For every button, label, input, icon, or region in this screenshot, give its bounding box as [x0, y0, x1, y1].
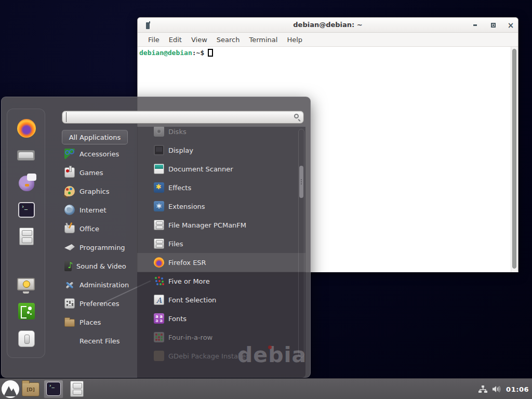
- app-files[interactable]: Files: [137, 234, 305, 253]
- shut-down-button[interactable]: [17, 329, 36, 348]
- app-firefox-esr[interactable]: Firefox ESR: [137, 253, 305, 272]
- app-file-manager-pcmanfm[interactable]: File Manager PCManFM: [137, 216, 305, 234]
- maximize-button[interactable]: [488, 21, 498, 29]
- minimize-button[interactable]: [470, 21, 480, 29]
- taskbar: [D] ›_ 01:06: [0, 378, 532, 399]
- desktop-folder-button[interactable]: [D]: [22, 382, 39, 396]
- terminal-menubar: File Edit View Search Terminal Help: [138, 33, 518, 47]
- system-tray: 01:06: [478, 379, 529, 399]
- recent-files-spacer: [64, 336, 75, 346]
- terminal-cursor: [208, 49, 213, 57]
- search-input[interactable]: [66, 112, 289, 122]
- search-box: [62, 111, 304, 124]
- app-fonts[interactable]: Fonts: [137, 309, 305, 328]
- category-recent-files[interactable]: Recent Files: [62, 331, 136, 350]
- files-icon: [154, 238, 164, 249]
- gdebi-icon: [154, 351, 164, 361]
- taskbar-file-manager-button[interactable]: [70, 381, 84, 397]
- menu-terminal[interactable]: Terminal: [244, 34, 282, 46]
- font-selection-icon: [154, 295, 164, 305]
- lock-screen-button[interactable]: [17, 275, 36, 294]
- network-icon[interactable]: [478, 385, 487, 393]
- category-programming[interactable]: Programming: [62, 238, 136, 257]
- category-graphics[interactable]: Graphics: [62, 182, 136, 201]
- app-gdebi-package-installer[interactable]: GDebi Package Installer: [137, 347, 305, 365]
- close-icon: ×: [508, 23, 514, 28]
- category-internet[interactable]: Internet: [62, 201, 136, 219]
- category-accessories[interactable]: Accessories: [62, 144, 136, 163]
- category-administration[interactable]: Administration: [62, 275, 136, 294]
- terminal-scrollbar-thumb[interactable]: [512, 49, 516, 269]
- application-list-panel: debian Disks Display Document Scanner Ef…: [137, 127, 305, 378]
- favorites-panel: ›_: [7, 109, 45, 358]
- category-office[interactable]: Office: [62, 219, 136, 238]
- app-document-scanner[interactable]: Document Scanner: [137, 159, 305, 178]
- all-applications-label: All Applications: [69, 134, 121, 141]
- close-button[interactable]: ×: [506, 21, 515, 29]
- extensions-icon: [154, 201, 164, 211]
- app-extensions[interactable]: Extensions: [137, 197, 305, 216]
- desktop-folder-icon: [D]: [26, 387, 35, 392]
- category-list: Accessories Games Graphics Internet Offi…: [62, 144, 136, 350]
- terminal-icon: ›_: [46, 382, 61, 396]
- fonts-icon: [154, 313, 164, 324]
- terminal-icon: ›_: [18, 202, 35, 218]
- file-manager-icon: [70, 381, 84, 397]
- category-preferences[interactable]: Preferences: [62, 294, 136, 313]
- app-five-or-more[interactable]: Five or More: [137, 272, 305, 290]
- file-manager-icon: [154, 220, 164, 230]
- favorite-keyboard[interactable]: [17, 146, 36, 165]
- five-or-more-icon: [154, 276, 164, 286]
- menu-view[interactable]: View: [187, 34, 212, 46]
- menu-edit[interactable]: Edit: [164, 34, 187, 46]
- application-menu: ›_ All Applications Accessories Games Gr…: [1, 97, 311, 378]
- internet-icon: [64, 205, 75, 215]
- sound-video-icon: [64, 261, 72, 271]
- terminal-titlebar[interactable]: debian@debian: ~ ×: [138, 18, 518, 33]
- document-scanner-icon: [154, 164, 164, 174]
- menu-file[interactable]: File: [143, 34, 164, 46]
- graphics-icon: [64, 186, 75, 196]
- log-out-icon: [18, 303, 35, 320]
- volume-icon[interactable]: [492, 385, 501, 393]
- disks-icon: [154, 127, 164, 137]
- terminal-scrollbar[interactable]: [511, 47, 518, 272]
- terminal-prompt: debian@debian:~$: [138, 47, 518, 58]
- log-out-button[interactable]: [17, 302, 36, 321]
- accessories-icon: [64, 149, 75, 159]
- category-places[interactable]: Places: [62, 313, 136, 331]
- favorite-firefox[interactable]: [17, 119, 36, 138]
- app-effects[interactable]: Effects: [137, 178, 305, 197]
- taskbar-terminal-button[interactable]: ›_: [44, 380, 63, 398]
- application-list: Disks Display Document Scanner Effects E…: [137, 127, 305, 365]
- app-list-scrollbar-thumb[interactable]: [299, 166, 303, 198]
- app-list-scrollbar[interactable]: [298, 129, 304, 357]
- menu-help[interactable]: Help: [282, 34, 307, 46]
- places-icon: [64, 319, 75, 327]
- administration-icon: [64, 280, 75, 290]
- category-sound-video[interactable]: Sound & Video: [62, 257, 136, 275]
- four-in-a-row-icon: [154, 332, 164, 342]
- programming-icon: [64, 242, 75, 252]
- app-font-selection[interactable]: Font Selection: [137, 290, 305, 309]
- applications-menu-button[interactable]: [2, 380, 19, 398]
- app-display[interactable]: Display: [137, 141, 305, 159]
- preferences-icon: [64, 298, 75, 309]
- minimize-icon: [473, 24, 477, 26]
- clock[interactable]: 01:06: [506, 385, 529, 393]
- office-icon: [64, 225, 75, 233]
- effects-icon: [154, 182, 164, 193]
- display-icon: [154, 145, 164, 155]
- category-games[interactable]: Games: [62, 163, 136, 182]
- firefox-icon: [154, 257, 164, 268]
- favorite-file-manager[interactable]: [17, 227, 36, 246]
- prompt-user: debian@debian: [139, 49, 192, 57]
- app-four-in-a-row[interactable]: Four-in-a-row: [137, 328, 305, 347]
- lock-screen-icon: [17, 278, 35, 290]
- menu-search[interactable]: Search: [212, 34, 245, 46]
- favorite-terminal[interactable]: ›_: [17, 201, 36, 219]
- games-icon: [64, 167, 75, 178]
- favorite-pidgin[interactable]: [17, 174, 36, 193]
- app-disks[interactable]: Disks: [137, 127, 305, 141]
- all-applications-button[interactable]: All Applications: [62, 130, 128, 144]
